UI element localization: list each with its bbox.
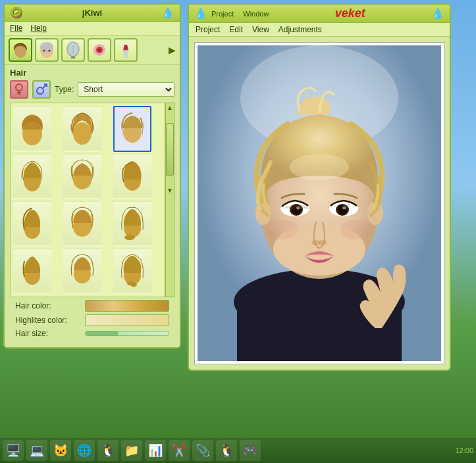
female-gender-button[interactable] <box>10 80 28 99</box>
svg-point-57 <box>318 240 327 245</box>
svg-rect-11 <box>124 53 128 58</box>
hair-color-swatch[interactable] <box>85 300 169 312</box>
highlites-color-row: Highlites color: <box>15 314 169 326</box>
taskbar-icon-5[interactable]: 📁 <box>121 440 142 461</box>
taskbar-icon-9[interactable]: 🐧 <box>216 440 237 461</box>
toolbar: ▶ <box>5 36 180 65</box>
taskbar-icon-8[interactable]: 📎 <box>192 440 213 461</box>
hair-style-5[interactable] <box>63 153 101 199</box>
svg-rect-6 <box>71 57 75 59</box>
taskbar: 🖥️ 💻 🐱 🌐 🐧 📁 📊 ✂️ 📎 🐧 🎮 12:00 <box>0 437 476 463</box>
jkiwi-title: jKiwi <box>82 8 102 18</box>
veket-titlebar: 💧 Project Window veket 💧 <box>189 5 450 23</box>
veket-drop-right: 💧 <box>431 7 444 20</box>
taskbar-icon-0[interactable]: 🖥️ <box>3 440 24 461</box>
menu-help[interactable]: Help <box>30 24 47 33</box>
mirror-tool-button[interactable] <box>61 38 85 62</box>
window-label: Window <box>243 10 269 18</box>
svg-point-23 <box>73 122 92 145</box>
hair-style-2[interactable] <box>63 106 101 152</box>
taskbar-icon-3[interactable]: 🌐 <box>74 440 95 461</box>
type-label: Type: <box>55 85 74 94</box>
hair-style-3[interactable] <box>113 106 151 152</box>
svg-point-58 <box>309 256 320 260</box>
hair-size-row: Hair size: <box>15 329 169 338</box>
scroll-down-arrow[interactable]: ▼ <box>167 186 173 195</box>
hair-label: Hair <box>10 68 174 78</box>
veket-menus: Project Edit View Adjustments <box>189 23 450 37</box>
svg-point-3 <box>43 50 45 52</box>
svg-point-2 <box>40 42 53 53</box>
hair-style-6[interactable] <box>113 153 151 199</box>
color-section: Hair color: Highlites color: Hair size: <box>10 297 174 345</box>
toolbar-arrow[interactable]: ▶ <box>169 45 176 55</box>
svg-point-15 <box>16 84 22 91</box>
lipstick-tool-button[interactable] <box>114 38 138 62</box>
hair-grid <box>10 103 165 297</box>
svg-point-55 <box>342 207 346 210</box>
hair-style-12[interactable] <box>113 248 151 294</box>
hair-tool-button[interactable] <box>9 38 32 62</box>
hair-style-8[interactable] <box>63 201 101 247</box>
veket-drop-left: 💧 <box>194 7 207 20</box>
hair-style-1[interactable] <box>13 106 51 152</box>
hair-grid-container: ▲ ▼ <box>10 103 174 297</box>
hair-size-label: Hair size: <box>15 329 81 338</box>
svg-rect-12 <box>123 50 128 53</box>
veket-brand: veket <box>335 7 365 20</box>
jkiwi-titlebar: 🥝 jKiwi 💧 <box>5 5 180 22</box>
veket-title-left: 💧 Project Window <box>194 7 269 20</box>
taskbar-icon-10[interactable]: 🎮 <box>240 440 261 461</box>
svg-point-47 <box>290 154 349 180</box>
hair-style-9[interactable] <box>113 201 151 247</box>
hair-style-4[interactable] <box>13 153 51 199</box>
jkiwi-menubar: File Help <box>5 22 180 36</box>
hair-section: Hair Type: Short Long <box>5 65 180 347</box>
type-select[interactable]: Short Long Medium Curly Wavy <box>78 82 174 97</box>
project-label: Project <box>211 10 234 18</box>
hair-style-10[interactable] <box>13 248 51 294</box>
highlites-color-swatch[interactable] <box>85 314 169 326</box>
svg-point-36 <box>130 283 137 287</box>
veket-menu-adjustments[interactable]: Adjustments <box>278 25 322 34</box>
person-photo <box>198 45 441 361</box>
svg-point-60 <box>340 220 373 239</box>
menu-file[interactable]: File <box>10 24 22 33</box>
svg-point-18 <box>37 87 43 94</box>
veket-menu-edit[interactable]: Edit <box>229 25 243 34</box>
type-row: Type: Short Long Medium Curly Wavy <box>10 80 174 99</box>
scroll-thumb[interactable] <box>166 123 174 176</box>
taskbar-icon-7[interactable]: ✂️ <box>169 440 190 461</box>
veket-menu-view[interactable]: View <box>252 25 269 34</box>
app-icon: 🥝 <box>10 7 23 19</box>
hair-size-slider[interactable] <box>85 331 169 336</box>
jkiwi-panel: 🥝 jKiwi 💧 File Help <box>3 3 181 349</box>
makeup-tool-button[interactable] <box>88 38 111 62</box>
svg-point-31 <box>124 235 135 240</box>
svg-point-59 <box>265 220 298 239</box>
clock: 12:00 <box>455 447 473 454</box>
veket-panel: 💧 Project Window veket 💧 Project Edit Vi… <box>188 3 451 371</box>
head-tool-button[interactable] <box>35 38 59 62</box>
hair-grid-scrollbar[interactable]: ▲ ▼ <box>165 103 174 297</box>
svg-point-4 <box>49 50 51 52</box>
photo-area <box>194 42 444 364</box>
water-drop-icon: 💧 <box>161 7 174 19</box>
scroll-up-arrow[interactable]: ▲ <box>167 103 173 112</box>
highlites-color-label: Highlites color: <box>15 316 81 325</box>
taskbar-icon-1[interactable]: 💻 <box>26 440 47 461</box>
taskbar-icon-2[interactable]: 🐱 <box>50 440 71 461</box>
hair-style-7[interactable] <box>13 201 51 247</box>
hair-color-label: Hair color: <box>15 301 81 310</box>
taskbar-icon-6[interactable]: 📊 <box>145 440 166 461</box>
hair-color-row: Hair color: <box>15 300 169 312</box>
veket-menu-project[interactable]: Project <box>196 25 220 34</box>
svg-point-10 <box>98 49 101 51</box>
taskbar-icon-4[interactable]: 🐧 <box>97 440 119 461</box>
svg-marker-13 <box>123 45 128 50</box>
hair-style-11[interactable] <box>63 248 101 294</box>
male-gender-button[interactable] <box>32 80 51 99</box>
